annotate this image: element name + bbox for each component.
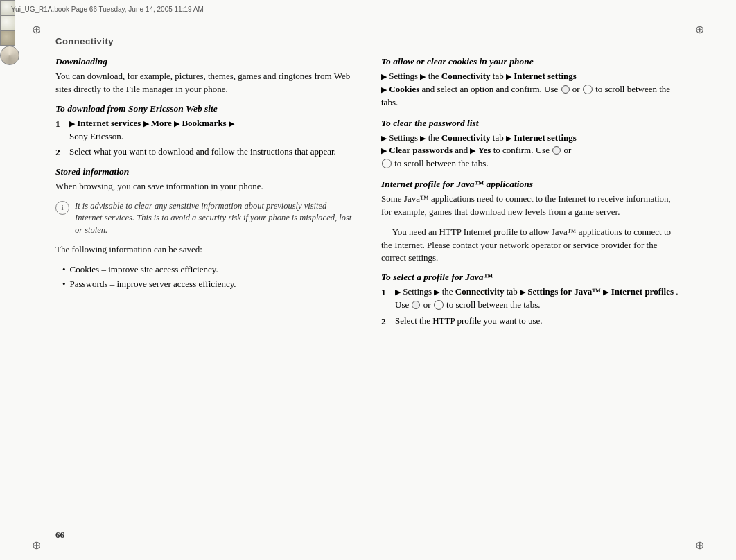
section-title: Connectivity — [55, 36, 681, 46]
java-profile-section: Internet profile for Java™ applications … — [381, 179, 679, 265]
corner-decoration-bl — [0, 30, 15, 46]
cookies-section: To allow or clear cookies in your phone … — [381, 56, 679, 110]
note-text: It is advisable to clear any sensitive i… — [75, 200, 353, 237]
bullet-list: • Cookies – improve site access efficien… — [62, 263, 353, 291]
right-column: To allow or clear cookies in your phone … — [381, 56, 679, 529]
note-box: i It is advisable to clear any sensitive… — [55, 200, 353, 237]
password-section: To clear the password list ▶ Settings ▶ … — [381, 118, 679, 171]
page-number: 66 — [55, 530, 64, 541]
bullet-text-2: Passwords – improve server access effici… — [70, 278, 236, 291]
cookies-step: ▶ Settings ▶ the Connectivity tab ▶ Inte… — [381, 70, 679, 110]
java-profile-body2: You need an HTTP Internet profile to all… — [381, 226, 679, 265]
bullet-text-1: Cookies – improve site access efficiency… — [70, 263, 218, 277]
password-heading: To clear the password list — [381, 118, 679, 129]
note-icon: i — [55, 201, 69, 215]
downloading-heading: Downloading — [55, 56, 353, 67]
scroll-icon-3 — [552, 146, 561, 155]
stored-info-section: Stored information When browsing, you ca… — [55, 166, 353, 193]
crosshair-tl: ⊕ — [32, 23, 41, 36]
download-sony-heading: To download from Sony Ericsson Web site — [55, 103, 353, 114]
arrow-internet: ▶ — [69, 119, 75, 128]
java-step-1-text: ▶ Settings ▶ the Connectivity tab ▶ Sett… — [395, 286, 679, 312]
select-java-section: To select a profile for Java™ 1 ▶ Settin… — [381, 272, 679, 328]
java-profile-body1: Some Java™ applications need to connect … — [381, 193, 679, 219]
java-step-1: 1 ▶ Settings ▶ the Connectivity tab ▶ Se… — [381, 286, 679, 312]
stored-info-body: When browsing, you can save information … — [55, 180, 353, 193]
main-content: Connectivity Downloading You can downloa… — [55, 36, 681, 529]
page: Yui_UG_R1A.book Page 66 Tuesday, June 14… — [0, 0, 736, 560]
more-label: More — [151, 118, 174, 128]
password-step: ▶ Settings ▶ the Connectivity tab ▶ Inte… — [381, 132, 679, 171]
step-1: 1 ▶ Internet services ▶ More ▶ Bookmarks… — [55, 117, 353, 143]
bullet-dot-1: • — [62, 263, 66, 277]
step-2-text: Select what you want to download and fol… — [69, 146, 336, 159]
following-text: The following information can be saved: — [55, 243, 353, 256]
java-step-2-text: Select the HTTP profile you want to use. — [395, 315, 543, 328]
password-step-text: ▶ Settings ▶ the Connectivity tab ▶ Inte… — [381, 132, 577, 171]
crosshair-tr: ⊕ — [695, 23, 704, 36]
bullet-dot-2: • — [62, 278, 66, 291]
scroll-icon-2 — [583, 85, 593, 94]
download-sony-section: To download from Sony Ericsson Web site … — [55, 103, 353, 159]
scroll-icon-1 — [561, 85, 570, 94]
scroll-icon-4 — [382, 159, 392, 168]
bullet-item-passwords: • Passwords – improve server access effi… — [62, 278, 353, 291]
java-step-2-number: 2 — [381, 315, 391, 329]
java-step-1-number: 1 — [381, 286, 391, 299]
left-column: Downloading You can download, for exampl… — [55, 56, 353, 529]
downloading-body: You can download, for example, pictures,… — [55, 70, 353, 96]
step-1-text: ▶ Internet services ▶ More ▶ Bookmarks ▶… — [69, 117, 234, 143]
connectivity-label: Connectivity — [55, 36, 114, 46]
step-2-number: 2 — [55, 146, 65, 159]
sony-ericsson-label: Sony Ericsson. — [69, 131, 123, 141]
crosshair-br: ⊕ — [695, 539, 704, 552]
java-profile-heading: Internet profile for Java™ applications — [381, 179, 679, 190]
cookies-heading: To allow or clear cookies in your phone — [381, 56, 679, 67]
scroll-icon-6 — [434, 300, 444, 310]
bullet-item-cookies: • Cookies – improve site access efficien… — [62, 263, 353, 277]
header-bar: Yui_UG_R1A.book Page 66 Tuesday, June 14… — [0, 0, 736, 19]
stored-info-heading: Stored information — [55, 166, 353, 177]
select-java-heading: To select a profile for Java™ — [381, 272, 679, 283]
step-1-number: 1 — [55, 117, 65, 131]
java-step-2: 2 Select the HTTP profile you want to us… — [381, 315, 679, 329]
step-2: 2 Select what you want to download and f… — [55, 146, 353, 159]
bookmarks-label: Bookmarks — [182, 118, 229, 128]
crosshair-bl: ⊕ — [32, 539, 41, 552]
header-text: Yui_UG_R1A.book Page 66 Tuesday, June 14… — [11, 6, 204, 13]
downloading-section: Downloading You can download, for exampl… — [55, 56, 353, 96]
cookies-step-text: ▶ Settings ▶ the Connectivity tab ▶ Inte… — [381, 70, 679, 110]
internet-services-label: Internet services — [77, 118, 143, 128]
scroll-icon-5 — [412, 301, 420, 309]
corner-decoration-br — [0, 46, 19, 65]
two-column-layout: Downloading You can download, for exampl… — [55, 56, 681, 529]
